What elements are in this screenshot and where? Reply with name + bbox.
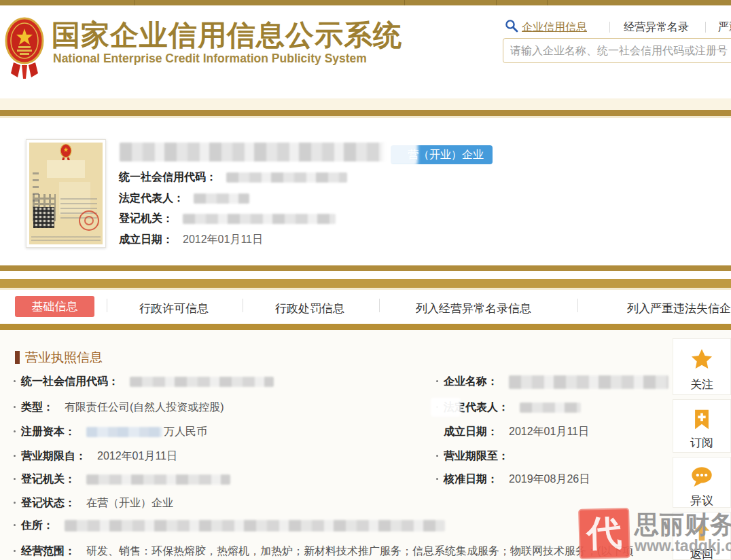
field-value: 2012年01月11日 bbox=[97, 450, 177, 462]
info-row: 营业期限至： bbox=[436, 449, 520, 464]
redacted-value bbox=[226, 172, 347, 183]
follow-label: 关注 bbox=[673, 377, 730, 392]
back-to-top-button: 异议 bbox=[673, 493, 730, 508]
field-label: 注册资本： bbox=[21, 426, 75, 437]
section-title: 营业执照信息 bbox=[15, 349, 103, 367]
field-value: 在营（开业）企业 bbox=[86, 497, 173, 508]
license-bottom-text bbox=[31, 236, 101, 242]
bullet-dot bbox=[14, 478, 16, 480]
info-row: 成立日期：2012年01月11日 bbox=[436, 425, 589, 439]
objection-button[interactable]: 异议 bbox=[673, 457, 731, 508]
follow-button[interactable]: 关注 bbox=[673, 338, 731, 395]
search-icon[interactable] bbox=[504, 18, 519, 33]
info-row: 核准日期：2019年08月26日 bbox=[436, 472, 590, 487]
field-label: 登记机关： bbox=[21, 473, 75, 485]
redacted-value bbox=[520, 403, 581, 413]
field-label: 营业期限自： bbox=[21, 450, 86, 462]
nav-separator bbox=[705, 22, 706, 33]
tab-administrative-licensing[interactable]: 行政许可信息 bbox=[139, 301, 209, 316]
topbar-separator bbox=[134, 0, 135, 5]
field-label: 住所： bbox=[21, 519, 54, 531]
field-label: 经营范围： bbox=[21, 545, 75, 557]
tab-serious-violation[interactable]: 列入严重违法失信企业名单信息 bbox=[627, 301, 731, 316]
bullet-dot bbox=[14, 502, 16, 504]
blur-patch bbox=[431, 398, 461, 417]
nav-link-enterprise-credit-info[interactable]: 企业信用信息 bbox=[522, 20, 587, 35]
bullet-dot bbox=[14, 550, 16, 552]
bullet-dot bbox=[14, 406, 16, 408]
tab-separator bbox=[107, 299, 107, 312]
field-label: 成立日期： bbox=[119, 234, 173, 245]
summary-row: 法定代表人： bbox=[119, 191, 249, 206]
redacted-value bbox=[86, 427, 162, 437]
field-label: 登记状态： bbox=[21, 497, 75, 508]
info-row: 注册资本：万人民币 bbox=[14, 425, 207, 439]
redacted-value bbox=[65, 520, 445, 531]
license-red-seal bbox=[79, 210, 99, 231]
field-label: 统一社会信用代码： bbox=[21, 375, 119, 387]
field-label: 成立日期： bbox=[444, 426, 498, 437]
nav-link-abnormal-operations-list[interactable]: 经营异常名录 bbox=[624, 20, 689, 35]
field-value: 2012年01月11日 bbox=[509, 426, 589, 437]
bullet-dot bbox=[14, 380, 16, 382]
field-label: 法定代表人： bbox=[119, 192, 184, 204]
page: 国家企业信用信息公示系统 National Enterprise Credit … bbox=[0, 0, 731, 560]
bullet-dot bbox=[14, 430, 16, 432]
watermark-seal: 代 bbox=[578, 508, 630, 559]
info-row: 住所： bbox=[14, 519, 445, 533]
bullet-dot bbox=[436, 455, 438, 457]
redacted-value bbox=[183, 214, 336, 224]
field-label: 营业期限至： bbox=[444, 450, 509, 462]
site-subtitle: National Enterprise Credit Information P… bbox=[53, 52, 367, 66]
license-emblem-icon bbox=[58, 143, 73, 162]
watermark-url: www.tadgkj.com bbox=[635, 537, 731, 555]
info-row: 统一社会信用代码： bbox=[14, 375, 274, 389]
subscribe-button[interactable]: 订阅 bbox=[673, 399, 731, 453]
chat-dots-icon bbox=[689, 466, 715, 489]
field-label: 企业名称： bbox=[444, 375, 498, 387]
tab-basic-info[interactable]: 基础信息 bbox=[15, 296, 94, 317]
info-row: 经营范围：研发、销售：环保热熔胶，热熔机，加热炉；新材料技术推广服务；信息系统集… bbox=[14, 544, 633, 559]
topbar-separator bbox=[547, 0, 548, 5]
bookmark-plus-icon bbox=[690, 408, 713, 431]
cream-strip bbox=[0, 98, 731, 110]
redacted-value bbox=[194, 193, 249, 204]
field-label: 统一社会信用代码： bbox=[119, 171, 217, 183]
gold-divider bbox=[0, 110, 731, 116]
tab-separator bbox=[379, 299, 380, 312]
national-emblem-logo bbox=[4, 15, 45, 80]
bullet-dot bbox=[14, 455, 16, 457]
site-header: 国家企业信用信息公示系统 National Enterprise Credit … bbox=[0, 5, 731, 98]
field-value: 2019年08月26日 bbox=[509, 473, 590, 485]
tab-administrative-penalty[interactable]: 行政处罚信息 bbox=[275, 301, 344, 316]
info-row: 营业期限自：2012年01月11日 bbox=[14, 449, 177, 464]
bullet-dot bbox=[436, 478, 438, 480]
gold-divider bbox=[0, 279, 731, 288]
company-name-redacted bbox=[120, 143, 387, 162]
license-qr-code bbox=[33, 207, 54, 228]
search-input[interactable] bbox=[503, 38, 731, 63]
company-summary: 营（开业）企业 统一社会信用代码： 法定代表人： 登记机关： 成立日期：2012… bbox=[0, 118, 731, 265]
field-value: 研发、销售：环保热熔胶，热熔机，加热炉；新材料技术推广服务；信息系统集成服务；物… bbox=[86, 545, 633, 557]
info-row: 企业名称： bbox=[436, 375, 668, 389]
section-title-text: 营业执照信息 bbox=[25, 350, 103, 365]
bullet-dot bbox=[436, 380, 438, 382]
redacted-value bbox=[86, 474, 230, 485]
field-label: 核准日期： bbox=[444, 473, 498, 485]
topbar-separator bbox=[496, 0, 497, 5]
info-row: 类型：有限责任公司(自然人投资或控股) bbox=[14, 400, 224, 415]
section-title-bar bbox=[15, 351, 20, 364]
info-row: 登记机关： bbox=[14, 472, 230, 487]
star-icon bbox=[689, 347, 715, 373]
info-row: 登记状态：在营（开业）企业 bbox=[14, 496, 173, 510]
field-label: 登记机关： bbox=[119, 212, 173, 224]
tab-abnormal-operations[interactable]: 列入经营异常名录信息 bbox=[416, 301, 531, 316]
nav-separator bbox=[609, 22, 610, 33]
field-value: 2012年01月11日 bbox=[183, 234, 263, 245]
field-value: 万人民币 bbox=[164, 426, 207, 437]
nav-link-serious-violation-list[interactable]: 严重违法失信企业名单 bbox=[718, 20, 731, 35]
redacted-value bbox=[509, 375, 668, 389]
business-license-image bbox=[26, 139, 106, 248]
field-label: 类型： bbox=[21, 401, 54, 413]
summary-row: 成立日期：2012年01月11日 bbox=[119, 233, 263, 247]
